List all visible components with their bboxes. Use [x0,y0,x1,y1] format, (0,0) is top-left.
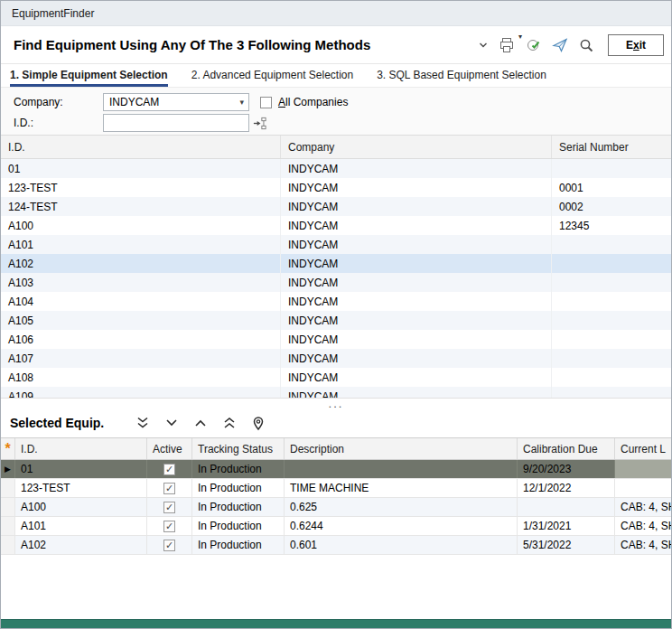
cell-calibration-due: 12/1/2022 [518,479,615,497]
cell-id: 123-TEST [15,479,147,497]
selected-equipment-row[interactable]: ▶01✓In Production9/20/2023 [1,460,671,479]
cell-serial [552,159,671,178]
cell-id: A101 [1,235,281,254]
send-icon[interactable] [552,36,568,54]
equipment-row[interactable]: A105INDYCAM [1,311,671,330]
company-dropdown[interactable]: INDYCAM ▾ [103,93,249,111]
grid-column-header-calibration-due[interactable]: Calibration Due [518,438,615,459]
cell-company: INDYCAM [281,273,552,292]
cell-id: A108 [1,368,281,387]
active-checkbox[interactable]: ✓ [163,464,175,475]
grid-column-header-id[interactable]: I.D. [15,438,147,459]
cell-tracking-status: In Production [192,498,285,516]
selected-equipment-row[interactable]: 123-TEST✓In ProductionTIME MACHINE12/1/2… [1,479,671,498]
equipment-row[interactable]: A102INDYCAM [1,254,671,273]
equipment-row[interactable]: 01INDYCAM [1,159,671,178]
tab-2[interactable]: 2. Advanced Equipment Selection [191,69,353,87]
cell-serial [552,349,671,368]
cell-description: TIME MACHINE [285,479,518,497]
cell-serial [552,330,671,349]
results-table-header: I.D. Company Serial Number [1,135,671,159]
tab-3[interactable]: 3. SQL Based Equipment Selection [377,69,546,87]
cell-serial [552,368,671,387]
cell-calibration-due: 1/31/2021 [518,517,615,535]
hierarchy-lookup-icon[interactable] [252,116,267,131]
cell-serial [552,235,671,254]
cell-description [285,460,518,478]
selected-equip-title: Selected Equip. [10,416,104,430]
all-companies-checkbox[interactable] [260,97,272,108]
cell-company: INDYCAM [281,254,552,273]
cell-serial [552,254,671,273]
print-icon[interactable]: ▾ [499,36,516,54]
equipment-row[interactable]: A108INDYCAM [1,368,671,387]
active-checkbox[interactable]: ✓ [163,540,175,551]
selected-equipment-row[interactable]: A101✓In Production0.62441/31/2021CAB: 4,… [1,517,671,536]
new-row-star-icon: * [1,438,15,459]
cell-id: 01 [15,460,147,478]
cell-serial [552,387,671,398]
cell-active: ✓ [147,517,192,535]
location-pin-icon[interactable] [250,414,266,432]
active-checkbox[interactable]: ✓ [163,502,175,513]
equipment-row[interactable]: A106INDYCAM [1,330,671,349]
equipment-row[interactable]: 123-TESTINDYCAM0001 [1,178,671,197]
column-header-serial-number[interactable]: Serial Number [552,136,671,158]
cell-current-location: CAB: 4, SH [615,498,671,516]
cell-current-location [615,460,671,478]
cell-company: INDYCAM [281,235,552,254]
double-chevron-down-icon[interactable] [135,414,151,432]
cell-company: INDYCAM [281,178,552,197]
grid-column-header-active[interactable]: Active [147,438,192,459]
grid-column-header-description[interactable]: Description [285,438,518,459]
grid-column-header-current-location[interactable]: Current L [615,438,671,459]
column-header-company[interactable]: Company [281,136,552,158]
cell-id: 01 [1,159,281,178]
double-chevron-up-icon[interactable] [221,414,238,432]
cell-company: INDYCAM [281,292,552,311]
window-title: EquipmentFinder [12,7,94,20]
equipment-row[interactable]: A103INDYCAM [1,273,671,292]
header-toolbar: ▾ Exit [478,34,664,56]
cell-calibration-due: 9/20/2023 [518,460,615,478]
splitter-handle[interactable]: ... [1,398,671,408]
grid-column-header-tracking-status[interactable]: Tracking Status [192,438,285,459]
cell-id: A104 [1,292,281,311]
equipment-row[interactable]: A107INDYCAM [1,349,671,368]
id-input[interactable] [103,114,249,132]
current-row-indicator-icon: ▶ [1,460,15,478]
chevron-down-icon[interactable] [163,414,180,432]
cell-serial [552,292,671,311]
cell-id: A101 [15,517,147,535]
active-checkbox[interactable]: ✓ [163,483,175,494]
cell-company: INDYCAM [281,159,552,178]
selected-equipment-row[interactable]: A102✓In Production0.6015/31/2022CAB: 4, … [1,536,671,555]
cell-company: INDYCAM [281,387,552,398]
dropdown-icon[interactable] [478,36,489,54]
cell-company: INDYCAM [281,216,552,235]
cell-tracking-status: In Production [192,517,285,535]
equipment-row[interactable]: A101INDYCAM [1,235,671,254]
cell-id: A106 [1,330,281,349]
cell-active: ✓ [147,536,192,554]
active-checkbox[interactable]: ✓ [163,521,175,532]
equipment-row[interactable]: 124-TESTINDYCAM0002 [1,197,671,216]
cell-active: ✓ [147,498,192,516]
exit-button[interactable]: Exit [608,34,664,56]
titlebar: EquipmentFinder [1,1,671,26]
search-icon[interactable] [578,36,594,54]
exit-label-post: it [639,39,646,52]
all-companies-label[interactable]: All Companies [278,96,348,108]
column-header-id[interactable]: I.D. [1,136,281,158]
cell-id: 124-TEST [1,197,281,216]
equipment-row[interactable]: A104INDYCAM [1,292,671,311]
selected-equipment-row[interactable]: A100✓In Production0.625CAB: 4, SH [1,498,671,517]
equipment-row[interactable]: A100INDYCAM12345 [1,216,671,235]
exit-label-accel: x [633,39,639,52]
validate-icon[interactable] [526,36,542,54]
cell-description: 0.601 [285,536,518,554]
cell-id: A100 [15,498,147,516]
chevron-up-icon[interactable] [192,414,209,432]
tab-1[interactable]: 1. Simple Equipment Selection [10,69,168,87]
cell-tracking-status: In Production [192,460,285,478]
